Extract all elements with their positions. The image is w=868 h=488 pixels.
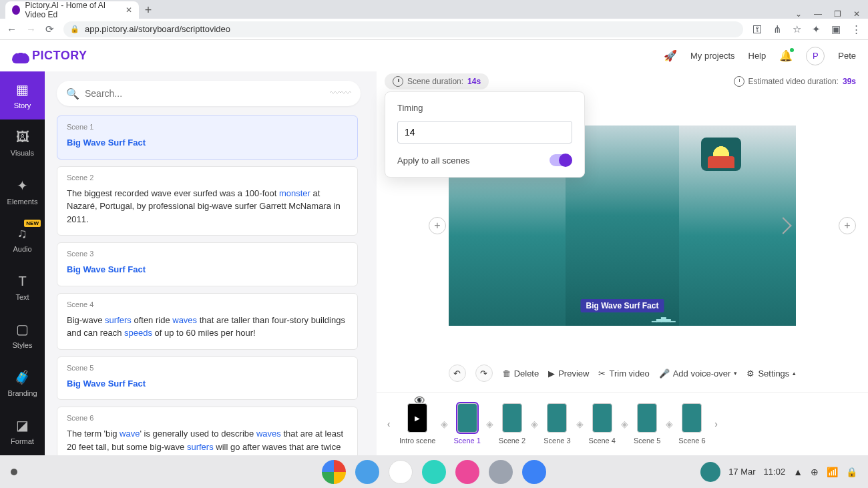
- my-projects-link[interactable]: My projects: [690, 51, 734, 61]
- settings-icon[interactable]: [489, 460, 513, 484]
- share-icon[interactable]: ⋔: [773, 23, 782, 35]
- sidebar-item-styles[interactable]: ▢Styles: [0, 311, 45, 359]
- timeline-scene-6[interactable]: Scene 6: [678, 403, 705, 445]
- help-link[interactable]: Help: [748, 51, 767, 61]
- os-taskbar: 17 Mar 11:02 ▲ ⊕ 📶 🔒: [0, 455, 868, 488]
- chat-icon[interactable]: [355, 460, 379, 484]
- search-icon: 🔍: [66, 87, 79, 100]
- sidebar-item-visuals[interactable]: 🖼Visuals: [0, 119, 45, 168]
- close-window-icon[interactable]: ✕: [853, 9, 860, 19]
- reload-icon[interactable]: ⟳: [45, 23, 54, 35]
- wifi-icon[interactable]: 📶: [827, 467, 838, 477]
- scene-card-3[interactable]: Scene 3 Big Wave Surf Fact: [57, 242, 358, 286]
- star-icon[interactable]: ☆: [793, 23, 801, 35]
- scene-card-2[interactable]: Scene 2 The biggest recorded wave ever s…: [57, 166, 358, 236]
- files-icon[interactable]: [522, 460, 546, 484]
- layers-icon[interactable]: ◈: [531, 419, 538, 429]
- redo-button[interactable]: ↷: [475, 364, 493, 382]
- scene-card-4[interactable]: Scene 4 Big-wave surfers often ride wave…: [57, 293, 358, 350]
- url-field[interactable]: 🔒 app.pictory.ai/storyboard/scripttovide…: [63, 21, 743, 37]
- preview-toolbar: ↶ ↷ 🗑Delete ▶Preview ✂Trim video 🎤Add vo…: [443, 360, 801, 387]
- app-icon[interactable]: [455, 460, 479, 484]
- timeline-next-arrow[interactable]: ›: [711, 419, 722, 429]
- sidebar-item-format[interactable]: ◪Format: [0, 407, 45, 455]
- close-tab-icon[interactable]: ✕: [126, 5, 132, 15]
- layers-icon[interactable]: ◈: [441, 419, 448, 429]
- trash-icon: 🗑: [502, 369, 511, 379]
- sidebar-item-story[interactable]: ▦Story: [0, 71, 45, 119]
- timeline-scene-3[interactable]: Scene 3: [544, 403, 570, 445]
- settings-button[interactable]: ⚙Settings▴: [746, 369, 796, 379]
- trim-button[interactable]: ✂Trim video: [598, 369, 649, 379]
- launcher-icon[interactable]: [11, 469, 17, 475]
- gmail-icon[interactable]: [389, 460, 413, 484]
- avatar[interactable]: P: [806, 47, 825, 65]
- voiceover-button[interactable]: 🎤Add voice-over▾: [659, 369, 738, 379]
- play-icon: ▶: [548, 369, 555, 379]
- add-scene-before-button[interactable]: +: [429, 217, 446, 234]
- scene-card-6[interactable]: Scene 6 The term 'big wave' is generally…: [57, 407, 358, 455]
- minimize-icon[interactable]: —: [814, 9, 822, 19]
- chrome-icon[interactable]: [322, 460, 346, 484]
- tray-date: 17 Mar: [728, 467, 755, 477]
- story-icon: ▦: [16, 81, 29, 97]
- music-icon[interactable]: [422, 460, 446, 484]
- timing-input[interactable]: [397, 121, 572, 144]
- maximize-icon[interactable]: ❐: [834, 9, 841, 19]
- kebab-icon[interactable]: ⋮: [851, 23, 861, 35]
- rocket-icon[interactable]: 🚀: [664, 49, 677, 62]
- sidebar-item-audio[interactable]: NEW♫Audio: [0, 216, 45, 264]
- sidebar-item-branding[interactable]: 🧳Branding: [0, 359, 45, 407]
- logo-text: PICTORY: [32, 49, 87, 63]
- undo-button[interactable]: ↶: [449, 364, 466, 382]
- scene-card-1[interactable]: Scene 1 Big Wave Surf Fact: [57, 115, 358, 160]
- chevron-down-icon[interactable]: ⌄: [795, 9, 802, 19]
- layers-icon[interactable]: ◈: [666, 419, 673, 429]
- back-icon[interactable]: ←: [7, 23, 17, 35]
- timeline-scene-4[interactable]: Scene 4: [589, 403, 616, 445]
- timeline-scene-5[interactable]: Scene 5: [634, 403, 660, 445]
- layers-icon[interactable]: ◈: [576, 419, 584, 429]
- pip-preview[interactable]: [700, 462, 720, 482]
- apply-all-toggle[interactable]: [550, 154, 572, 166]
- timeline-scene-1[interactable]: Scene 1: [453, 403, 480, 445]
- alert-icon[interactable]: ▲: [793, 467, 803, 477]
- thumb-5: [637, 403, 657, 433]
- filter-icon[interactable]: 〰〰: [330, 87, 351, 99]
- system-tray: 17 Mar 11:02 ▲ ⊕ 📶 🔒: [700, 462, 857, 482]
- sidebar-item-elements[interactable]: ✦Elements: [0, 168, 45, 216]
- lock-icon: 🔒: [70, 25, 79, 33]
- next-scene-arrow[interactable]: [775, 217, 791, 234]
- timeline-prev-arrow[interactable]: ‹: [383, 419, 394, 429]
- sidebar-item-text[interactable]: TText: [0, 264, 45, 312]
- url-text: app.pictory.ai/storyboard/scripttovideo: [85, 24, 230, 34]
- browser-tab[interactable]: Pictory.AI - Home of AI Video Ed ✕: [5, 1, 139, 19]
- add-icon[interactable]: ⊕: [811, 467, 819, 477]
- new-tab-button[interactable]: +: [139, 1, 158, 19]
- scenes-panel: 🔍 〰〰 Scene 1 Big Wave Surf Fact Scene 2 …: [45, 71, 377, 455]
- timeline: 👁‍🗨 ‹ Intro scene ◈ Scene 1 ◈ Scene 2 ◈ …: [377, 392, 868, 455]
- search-input[interactable]: [85, 88, 324, 99]
- key-icon[interactable]: ⚿: [752, 23, 763, 35]
- preview-play-button[interactable]: ▶Preview: [548, 369, 589, 379]
- bell-icon[interactable]: 🔔: [779, 49, 793, 62]
- extensions-icon[interactable]: ✦: [812, 23, 821, 35]
- search-box[interactable]: 🔍 〰〰: [57, 81, 361, 106]
- logo-icon: [12, 49, 29, 63]
- forward-icon[interactable]: →: [26, 23, 36, 35]
- audio-icon: ♫: [17, 226, 27, 241]
- window-controls: ⌄ — ❐ ✕: [795, 9, 868, 19]
- scene-list[interactable]: Scene 1 Big Wave Surf Fact Scene 2 The b…: [57, 115, 361, 455]
- panel-icon[interactable]: ▣: [831, 23, 841, 35]
- new-badge: NEW: [24, 220, 41, 227]
- timeline-scene-2[interactable]: Scene 2: [499, 403, 525, 445]
- timeline-intro[interactable]: Intro scene: [399, 403, 435, 445]
- pictory-logo[interactable]: PICTORY: [12, 49, 87, 63]
- add-scene-after-button[interactable]: +: [839, 217, 856, 234]
- layers-icon[interactable]: ◈: [621, 419, 628, 429]
- scene-duration-chip[interactable]: Scene duration: 14s: [385, 73, 489, 89]
- scene-card-5[interactable]: Scene 5 Big Wave Surf Fact: [57, 356, 358, 401]
- layers-icon[interactable]: ◈: [486, 419, 493, 429]
- lock-icon[interactable]: 🔒: [846, 467, 857, 477]
- delete-button[interactable]: 🗑Delete: [502, 369, 539, 379]
